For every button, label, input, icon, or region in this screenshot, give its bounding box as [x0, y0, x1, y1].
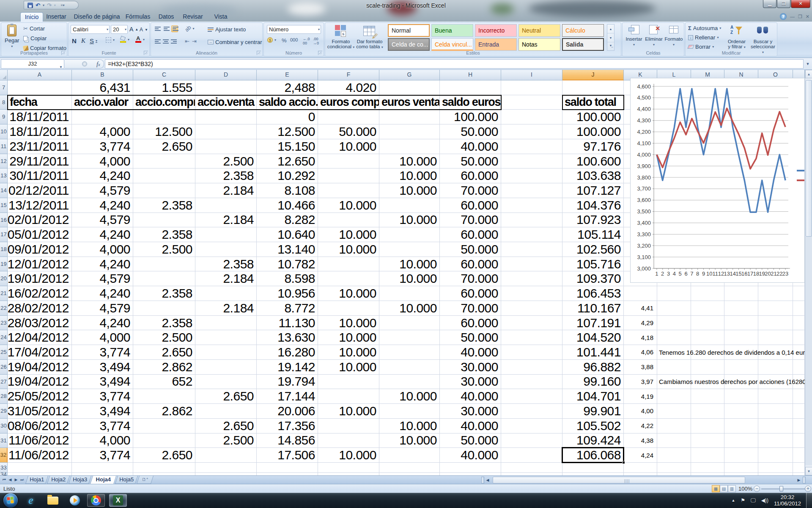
cell-P32[interactable]: [793, 448, 805, 463]
number-format-select[interactable]: Número▾: [267, 25, 321, 34]
tab-f-rmulas[interactable]: Fórmulas: [124, 12, 151, 22]
column-header-H[interactable]: H: [440, 70, 501, 80]
cell-I13[interactable]: [501, 168, 562, 183]
prev-sheet-icon[interactable]: ◀: [7, 477, 13, 483]
volume-icon[interactable]: ◀)): [761, 497, 768, 503]
column-header-C[interactable]: C: [133, 70, 195, 80]
column-header-G[interactable]: G: [379, 70, 440, 80]
cell-D9[interactable]: [195, 110, 257, 124]
cell-N21[interactable]: [724, 286, 758, 301]
cell-C29[interactable]: 2.862: [133, 404, 195, 419]
cell-J25[interactable]: 101.441: [562, 345, 624, 360]
cell-E30[interactable]: 17.356: [257, 419, 318, 433]
cell-C11[interactable]: 2.650: [133, 139, 195, 154]
explorer-icon[interactable]: [44, 494, 62, 507]
cell-C15[interactable]: 2.358: [133, 198, 195, 213]
cell-C9[interactable]: [133, 110, 195, 124]
cell-C7[interactable]: 1.555: [133, 80, 195, 95]
cell-B17[interactable]: 4,240: [72, 227, 133, 242]
cell-P24[interactable]: [793, 330, 805, 345]
cell-J16[interactable]: 107.923: [562, 213, 624, 228]
cell-G23[interactable]: [379, 316, 440, 331]
cell-I16[interactable]: [501, 213, 562, 228]
cell-H19[interactable]: 60.000: [440, 257, 501, 272]
cell-B14[interactable]: 4,579: [72, 183, 133, 198]
cell-K22[interactable]: 4,41: [624, 301, 657, 316]
cell-A31[interactable]: 11/06/2012: [8, 433, 72, 448]
cell-P23[interactable]: [793, 316, 805, 331]
cell-O23[interactable]: [758, 316, 793, 331]
cut-button[interactable]: ✂Cortar: [23, 25, 45, 32]
cell-A20[interactable]: 19/01/2012: [8, 271, 72, 286]
style-chip-2[interactable]: Buena: [431, 24, 473, 37]
cell-O29[interactable]: [758, 404, 793, 419]
cell-C21[interactable]: 2.358: [133, 286, 195, 301]
cell-H8[interactable]: saldo euros: [440, 95, 501, 110]
tab-insertar[interactable]: Insertar: [44, 12, 69, 22]
cell-H7[interactable]: [440, 80, 501, 95]
chart[interactable]: 3,0003,1003,2003,3003,4003,5003,6003,700…: [630, 78, 805, 283]
tab-vista[interactable]: Vista: [210, 12, 232, 22]
cell-I12[interactable]: [501, 154, 562, 169]
zoom-out-icon[interactable]: −: [754, 486, 760, 492]
cell-H12[interactable]: 50.000: [440, 154, 501, 169]
horizontal-scrollbar[interactable]: ◀ |||| ▶: [485, 476, 803, 484]
valign-buttons[interactable]: [154, 25, 178, 32]
cell-F7[interactable]: 4.020: [318, 80, 379, 95]
cell-F13[interactable]: [318, 168, 379, 183]
cell-F30[interactable]: [318, 419, 379, 433]
cell-I31[interactable]: [501, 433, 562, 448]
last-sheet-icon[interactable]: ⏭: [19, 477, 25, 483]
cell-A28[interactable]: 25/05/2012: [8, 389, 72, 404]
cell-E21[interactable]: 10.956: [257, 286, 318, 301]
cell-F9[interactable]: [318, 110, 379, 124]
shrink-font-icon[interactable]: A▼: [140, 27, 148, 33]
row-header-28[interactable]: 28: [0, 389, 8, 404]
cell-N29[interactable]: [724, 404, 758, 419]
cell-H22[interactable]: 70.000: [440, 301, 501, 316]
cell-D16[interactable]: 2.184: [195, 213, 257, 228]
cell-D30[interactable]: 2.650: [195, 419, 257, 433]
cell-A22[interactable]: 28/02/2012: [8, 301, 72, 316]
hscroll-splitter[interactable]: [803, 477, 806, 483]
column-header-F[interactable]: F: [318, 70, 379, 80]
save-icon[interactable]: [27, 3, 33, 8]
font-name-select[interactable]: Calibri▾: [71, 25, 110, 34]
sheet-tab-hoja4[interactable]: Hoja4: [90, 476, 116, 484]
cell-G16[interactable]: 10.000: [379, 213, 440, 228]
tab-revisar[interactable]: Revisar: [181, 12, 205, 22]
insert-function-icon[interactable]: fx: [96, 61, 100, 68]
cell-A13[interactable]: 30/11/2011: [8, 168, 72, 183]
clear-button[interactable]: Borrar▾: [688, 44, 714, 50]
select-all-button[interactable]: [0, 70, 8, 80]
cell-C14[interactable]: [133, 183, 195, 198]
cell-A9[interactable]: 18/11/2011: [8, 110, 72, 124]
row-header-20[interactable]: 20: [0, 271, 8, 286]
formula-input[interactable]: =H32+(E32*B32): [105, 59, 804, 69]
vscroll-thumb[interactable]: [806, 80, 812, 237]
cell-D21[interactable]: [195, 286, 257, 301]
cell-D24[interactable]: [195, 330, 257, 345]
row-header-30[interactable]: 30: [0, 419, 8, 433]
cell-C19[interactable]: [133, 257, 195, 272]
sheet-tab-hoja2[interactable]: Hoja2: [47, 476, 70, 484]
cell-G24[interactable]: [379, 330, 440, 345]
cell-N30[interactable]: [724, 419, 758, 433]
cell-B10[interactable]: 4,000: [72, 124, 133, 139]
format-painter-button[interactable]: Copiar formato: [23, 45, 66, 51]
redo-icon[interactable]: ↷: [47, 2, 52, 8]
cell-J11[interactable]: 97.176: [562, 139, 624, 154]
cell-H30[interactable]: 40.000: [440, 419, 501, 433]
cell-B11[interactable]: 3,774: [72, 139, 133, 154]
cell-F32[interactable]: 10.000: [318, 448, 379, 463]
bold-button[interactable]: N: [72, 37, 77, 44]
cell-I20[interactable]: [501, 271, 562, 286]
tab-scrollbar-splitter[interactable]: [481, 477, 484, 483]
cell-D26[interactable]: [195, 360, 257, 375]
group-fuente-dialog-launcher-icon[interactable]: [144, 51, 148, 55]
cell-D31[interactable]: 2.500: [195, 433, 257, 448]
halign-buttons[interactable]: [154, 38, 178, 45]
conditional-format-button[interactable]: ≤Formatocondicional ▾: [327, 24, 355, 55]
cell-C25[interactable]: 2.650: [133, 345, 195, 360]
cell-M21[interactable]: [691, 286, 724, 301]
